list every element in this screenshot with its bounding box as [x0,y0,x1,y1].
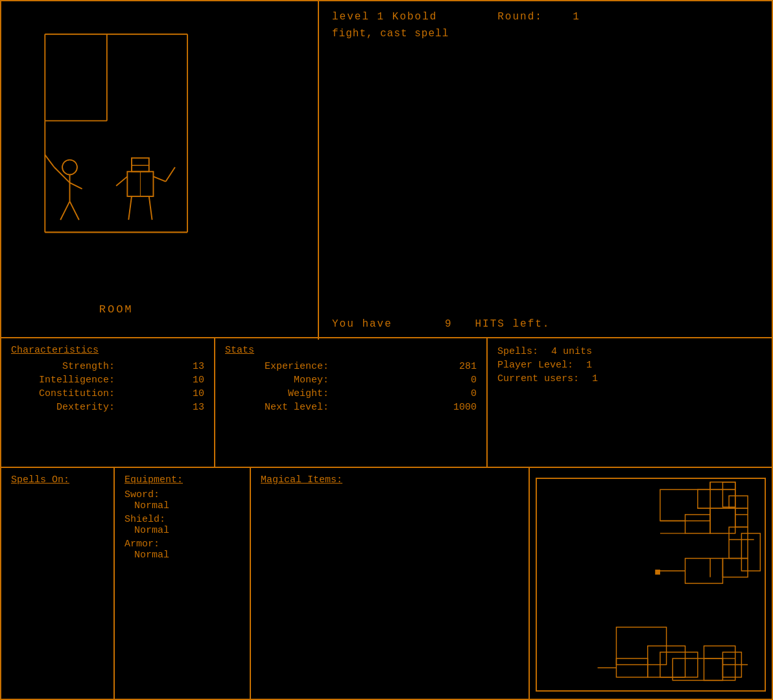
svg-rect-26 [536,478,765,691]
weight-row: Weight: 0 [225,387,477,401]
magical-items-title: Magical Items: [261,474,519,485]
player-level-row: Player Level: 1 [497,358,762,372]
weight-value: 0 [444,388,477,399]
svg-rect-45 [722,558,748,577]
hits-suffix: HITS left. [475,318,550,330]
svg-line-23 [153,176,165,181]
svg-rect-57 [655,570,660,575]
intelligence-row: Intelligence: 10 [11,373,204,387]
svg-line-11 [60,202,69,220]
sword-value: Normal [125,500,240,511]
svg-line-20 [128,196,132,220]
next-level-value: 1000 [444,402,477,413]
top-row: ROOM level 1 Kobold Round: 1 fight, cast… [1,1,772,338]
experience-row: Experience: 281 [225,360,477,373]
minimap-panel [530,468,772,700]
player-level-value: 1 [586,360,592,371]
svg-line-21 [149,196,152,220]
hits-text: You have [332,318,392,330]
action-text: fight, cast spell [332,28,449,40]
money-value: 0 [444,375,477,386]
svg-rect-16 [132,158,149,172]
sword-label: Sword: [125,489,240,500]
dexterity-value: 13 [172,402,204,413]
svg-rect-32 [729,496,748,508]
dexterity-row: Dexterity: 13 [11,401,204,414]
equipment-title: Equipment: [125,474,240,485]
armor-value: Normal [125,550,240,561]
current-users-value: 1 [592,373,598,384]
svg-rect-28 [698,489,735,508]
svg-rect-33 [735,508,748,527]
strength-value: 13 [172,361,204,372]
svg-line-15 [70,183,82,189]
player-level-label: Player Level: [497,360,573,371]
svg-rect-51 [704,646,735,681]
svg-line-13 [54,167,70,183]
spells-on-panel: Spells On: [1,468,115,700]
current-users-row: Current users: 1 [497,372,762,386]
round-label: Round: [497,11,543,23]
svg-line-24 [166,167,175,181]
stats-panel: Stats Experience: 281 Money: 0 Weight: 0… [215,338,488,467]
svg-line-14 [45,155,54,167]
strength-label: Strength: [11,361,115,372]
strength-row: Strength: 13 [11,360,204,373]
next-level-label: Next level: [225,402,329,413]
hits-display: You have 9 HITS left. [332,318,759,330]
enemy-info: level 1 Kobold Round: 1 [332,11,759,23]
round-value: 1 [573,11,580,23]
experience-value: 281 [444,361,477,372]
intelligence-value: 10 [172,375,204,386]
weight-label: Weight: [225,388,329,399]
constitution-label: Constitution: [11,388,115,399]
svg-line-12 [70,202,79,220]
characteristics-panel: Characteristics Strength: 13 Intelligenc… [1,338,215,467]
magical-items-panel: Magical Items: [251,468,530,700]
svg-rect-35 [710,508,735,533]
game-container: ROOM level 1 Kobold Round: 1 fight, cast… [0,0,773,700]
spells-row: Spells: 4 units [497,345,762,358]
shield-value: Normal [125,525,240,536]
extra-panel: Spells: 4 units Player Level: 1 Current … [488,338,772,467]
combat-info: level 1 Kobold Round: 1 fight, cast spel… [332,11,759,40]
svg-rect-40 [729,527,748,558]
armor-label: Armor: [125,539,240,550]
svg-rect-42 [741,533,760,571]
money-row: Money: 0 [225,373,477,387]
characteristics-title: Characteristics [11,345,204,356]
combat-action[interactable]: fight, cast spell [332,28,759,40]
svg-rect-44 [685,558,723,583]
svg-rect-37 [685,515,711,533]
shield-label: Shield: [125,514,240,525]
room-panel: ROOM [1,1,319,340]
experience-label: Experience: [225,361,329,372]
equipment-panel: Equipment: Sword: Normal Shield: Normal … [115,468,251,700]
current-users-label: Current users: [497,373,579,384]
stats-title: Stats [225,345,477,356]
combat-panel: level 1 Kobold Round: 1 fight, cast spel… [319,1,772,340]
intelligence-label: Intelligence: [11,375,115,386]
svg-line-22 [116,176,127,185]
spells-label: Spells: [497,346,538,357]
spells-value: 4 units [551,346,592,357]
dexterity-label: Dexterity: [11,402,115,413]
constitution-value: 10 [172,388,204,399]
constitution-row: Constitution: 10 [11,387,204,401]
enemy-label: level 1 Kobold [332,11,437,23]
next-level-row: Next level: 1000 [225,401,477,414]
bottom-row: Spells On: Equipment: Sword: Normal Shie… [1,468,772,700]
money-label: Money: [225,375,329,386]
middle-row: Characteristics Strength: 13 Intelligenc… [1,338,772,468]
svg-rect-55 [616,659,647,677]
svg-point-9 [62,160,77,175]
spells-on-title: Spells On: [11,474,104,485]
svg-text:ROOM: ROOM [99,303,134,316]
hits-value: 9 [445,318,453,330]
